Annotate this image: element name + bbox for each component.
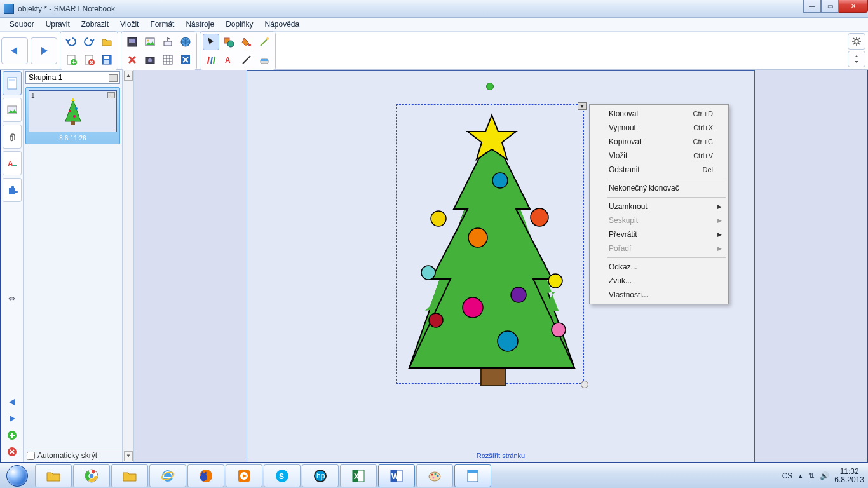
start-button[interactable] — [0, 463, 34, 489]
menu-format[interactable]: Formát — [144, 18, 180, 31]
tab-page-sorter[interactable] — [3, 71, 22, 95]
task-media-icon[interactable] — [226, 464, 262, 487]
delete-button[interactable] — [124, 51, 140, 68]
context-item[interactable]: Nekonečný klonovač — [591, 181, 727, 195]
page-canvas[interactable]: KlonovatCtrl+DVyjmoutCtrl+XKopírovatCtrl… — [247, 70, 755, 462]
rotate-handle[interactable] — [486, 83, 494, 90]
add-page-button[interactable] — [3, 428, 21, 443]
select-tool-button[interactable] — [203, 34, 219, 50]
tray-show-hidden-icon[interactable]: ▲ — [797, 473, 803, 479]
screen-shade-button[interactable] — [124, 34, 140, 50]
canvas-area[interactable]: KlonovatCtrl+DVyjmoutCtrl+XKopírovatCtrl… — [134, 70, 867, 462]
task-paint-icon[interactable] — [416, 464, 453, 487]
undo-button[interactable] — [63, 34, 79, 50]
document-camera-button[interactable] — [159, 34, 176, 50]
internet-button[interactable] — [177, 34, 194, 50]
pens-button[interactable] — [203, 51, 219, 68]
context-item[interactable]: KlonovatCtrl+D — [591, 107, 727, 121]
minimize-button[interactable]: — — [803, 0, 821, 13]
context-item[interactable]: Vlastnosti... — [591, 288, 727, 302]
menu-view[interactable]: Zobrazit — [76, 18, 114, 31]
group-selector[interactable]: Skupina 1 — [25, 71, 120, 84]
task-smart-notebook-icon[interactable] — [454, 464, 491, 487]
tab-attachments[interactable] — [3, 125, 22, 149]
context-item[interactable]: VložitCtrl+V — [591, 149, 727, 163]
save-button[interactable] — [98, 51, 115, 68]
move-toolbar-button[interactable] — [848, 51, 865, 67]
tray-clock[interactable]: 11:32 6.8.2013 — [834, 468, 864, 484]
next-page-button[interactable] — [3, 411, 21, 426]
tree-object[interactable] — [365, 95, 619, 400]
menu-help[interactable]: Nápověda — [259, 18, 305, 31]
settings-button[interactable] — [848, 33, 865, 50]
text-button[interactable]: A — [220, 51, 237, 68]
shapes-button[interactable] — [220, 34, 237, 50]
context-item[interactable]: Zvuk... — [591, 274, 727, 288]
capture-button[interactable] — [142, 51, 158, 68]
line-button[interactable] — [238, 51, 255, 68]
table-button[interactable] — [159, 51, 176, 68]
extend-page-link[interactable]: Rozšířit stránku — [477, 452, 525, 459]
svg-point-77 — [437, 475, 439, 477]
task-folder-icon[interactable] — [111, 464, 148, 487]
open-button[interactable] — [98, 34, 115, 50]
menu-file[interactable]: Soubor — [4, 18, 40, 31]
close-button[interactable]: ✕ — [839, 0, 868, 13]
task-skype-icon[interactable]: S — [264, 464, 301, 487]
nav-forward-button[interactable] — [31, 37, 57, 64]
menu-addons[interactable]: Doplňky — [220, 18, 259, 31]
scroll-up-button[interactable]: ▲ — [124, 71, 133, 81]
delete-page-button[interactable] — [81, 51, 97, 68]
tab-addons[interactable] — [3, 178, 22, 202]
task-chrome-icon[interactable] — [73, 464, 110, 487]
taskbar[interactable]: S hp X W CS ▲ ⇅ 🔊 11:32 6.8.2013 — [0, 463, 868, 488]
magic-pen-button[interactable] — [256, 34, 273, 50]
system-tray[interactable]: CS ▲ ⇅ 🔊 11:32 6.8.2013 — [782, 463, 864, 488]
svg-text:S: S — [279, 472, 284, 481]
redo-button[interactable] — [81, 34, 97, 50]
task-excel-icon[interactable]: X — [340, 464, 377, 487]
insert-image-button[interactable] — [142, 34, 158, 50]
workarea: A ⇔ Skupina 1 1 — [0, 70, 868, 463]
new-page-button[interactable] — [63, 51, 79, 68]
menu-tools[interactable]: Nástroje — [180, 18, 220, 31]
context-item[interactable]: VyjmoutCtrl+X — [591, 121, 727, 135]
menu-edit[interactable]: Upravit — [40, 18, 76, 31]
context-item[interactable]: Odkaz... — [591, 260, 727, 274]
menu-insert[interactable]: Vložit — [114, 18, 144, 31]
task-explorer-icon[interactable] — [35, 464, 72, 487]
task-word-icon[interactable]: W — [378, 464, 415, 487]
fill-button[interactable] — [238, 34, 255, 50]
context-item[interactable]: KopírovatCtrl+C — [591, 135, 727, 149]
tab-properties[interactable]: A — [3, 151, 22, 175]
context-item[interactable]: OdstranitDel — [591, 163, 727, 177]
smart-exchange-button[interactable] — [177, 51, 194, 68]
context-item-label: Nekonečný klonovač — [609, 184, 679, 193]
panel-scrollbar[interactable]: ▲ ▼ — [123, 70, 134, 462]
task-hp-icon[interactable]: hp — [302, 464, 339, 487]
submenu-arrow-icon: ▶ — [717, 231, 722, 238]
nav-back-button[interactable] — [1, 37, 28, 64]
scroll-down-button[interactable]: ▼ — [124, 451, 133, 461]
context-item-label: Odstranit — [609, 165, 640, 174]
tab-gallery[interactable] — [3, 98, 22, 122]
page-thumbnail[interactable]: 1 — [29, 90, 117, 132]
prev-page-button[interactable] — [3, 395, 21, 410]
auto-hide-checkbox[interactable] — [27, 452, 35, 460]
page-thumbnail-selected[interactable]: 1 8 6-11:26 — [25, 87, 120, 144]
task-ie-icon[interactable] — [149, 464, 186, 487]
context-item[interactable]: Převrátit▶ — [591, 227, 727, 241]
resize-handle-icon[interactable]: ⇔ — [8, 294, 15, 303]
auto-hide-row[interactable]: Automaticky skrýt — [24, 449, 122, 462]
task-firefox-icon[interactable] — [187, 464, 224, 487]
thumbnail-menu-button[interactable] — [107, 92, 115, 98]
maximize-button[interactable]: ▭ — [821, 0, 839, 13]
titlebar[interactable]: objekty * - SMART Notebook — ▭ ✕ — [0, 0, 868, 18]
context-item[interactable]: Uzamknout▶ — [591, 200, 727, 214]
tray-language[interactable]: CS — [782, 471, 793, 480]
tray-network-icon[interactable]: ⇅ — [808, 471, 815, 480]
tray-volume-icon[interactable]: 🔊 — [820, 471, 829, 480]
eraser-button[interactable] — [256, 51, 273, 68]
toolbar-group-insert — [121, 31, 197, 71]
remove-page-button[interactable] — [3, 444, 21, 459]
